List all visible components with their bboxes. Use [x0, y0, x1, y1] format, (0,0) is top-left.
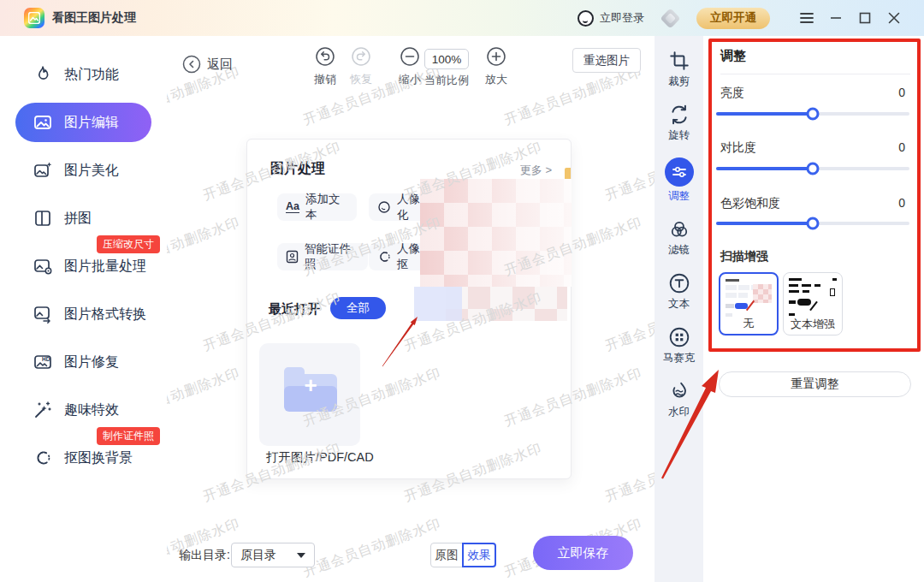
editor-toolbar: 返回 撤销 恢复 缩小 100% 当前比例 放大 重选图片: [167, 45, 654, 89]
badge-id-photo: 制作证件照: [97, 427, 160, 445]
saturation-slider[interactable]: [716, 222, 909, 225]
output-dir-select[interactable]: 原目录: [231, 543, 315, 567]
zoom-out-icon: [400, 46, 420, 67]
tool-rail: 裁剪 旋转 调整 滤镜 文本 马赛克 水印: [654, 36, 703, 582]
effect-toggle[interactable]: 效果: [462, 543, 496, 567]
contrast-row: 对比度 0: [720, 140, 905, 156]
redo-icon: [351, 46, 371, 67]
scan-option-text-enhance[interactable]: 文本增强: [783, 272, 843, 336]
batch-process-icon: [33, 256, 53, 276]
sidebar-item-beautify[interactable]: 图片美化: [0, 151, 167, 190]
brightness-value: 0: [898, 86, 905, 101]
menu-icon[interactable]: [792, 6, 821, 30]
scan-option-none[interactable]: 无: [719, 272, 779, 336]
tool-text[interactable]: 文本: [668, 272, 690, 312]
text-add-icon: Aa: [286, 201, 299, 213]
watermark-drop-icon: [668, 380, 690, 402]
cutout-icon: [33, 448, 53, 468]
sidebar-item-batch[interactable]: 压缩改尺寸 图片批量处理: [0, 246, 167, 286]
save-button[interactable]: 立即保存: [533, 536, 633, 570]
tool-rotate[interactable]: 旋转: [668, 104, 690, 143]
image-edit-icon: [33, 112, 53, 133]
undo-icon: [315, 46, 335, 67]
sidebar-item-collage[interactable]: 拼图: [0, 199, 167, 238]
back-circle-icon: [182, 55, 201, 74]
original-toggle[interactable]: 原图: [430, 543, 463, 567]
zoom-in-button[interactable]: 放大: [477, 46, 515, 87]
censored-mosaic: [420, 179, 572, 287]
magic-wand-icon: [33, 400, 53, 420]
vip-diamond-icon[interactable]: [660, 8, 680, 28]
brightness-row: 亮度 0: [720, 86, 905, 101]
sidebar-item-hot-features[interactable]: 热门功能: [0, 55, 167, 94]
title-bar: 看图王图片处理 立即登录 立即开通: [0, 0, 924, 36]
sidebar-item-cutout[interactable]: 制作证件照 抠图换背景: [0, 438, 167, 478]
preview-all-pill: 全部: [330, 297, 386, 319]
reselect-image-button[interactable]: 重选图片: [572, 48, 641, 73]
contrast-value: 0: [898, 140, 905, 156]
preview-id-photo: 智能证件照: [277, 243, 368, 270]
output-dir-label: 输出目录:: [179, 548, 230, 563]
sidebar-item-image-edit[interactable]: 图片编辑: [15, 103, 151, 142]
login-label: 立即登录: [600, 10, 644, 26]
tool-filter[interactable]: 滤镜: [668, 218, 690, 258]
scan-text-preview: [787, 276, 838, 318]
sidebar-item-convert[interactable]: 图片格式转换: [0, 294, 167, 334]
close-icon[interactable]: [880, 6, 909, 30]
divider: [720, 74, 910, 74]
text-circle-icon: [668, 272, 690, 294]
chevron-down-icon: [297, 553, 305, 558]
redo-button[interactable]: 恢复: [342, 46, 380, 87]
upgrade-button[interactable]: 立即开通: [696, 8, 770, 29]
saturation-knob[interactable]: [807, 217, 820, 230]
minimize-icon[interactable]: [821, 6, 850, 30]
brightness-knob[interactable]: [807, 108, 820, 121]
reset-adjust-button[interactable]: 重置调整: [719, 371, 911, 397]
cutout-small-icon: [377, 250, 391, 264]
preview-image: 图片处理 更多 > Aa 添加文本 人像美化 拼图 智能证件照 人像抠: [246, 139, 572, 479]
app-logo-icon: [24, 8, 44, 28]
mosaic-icon: [668, 326, 690, 348]
scan-enhance-label: 扫描增强: [720, 249, 768, 264]
brightness-slider[interactable]: [716, 112, 909, 116]
tool-mosaic[interactable]: 马赛克: [663, 326, 696, 365]
tool-adjust[interactable]: 调整: [665, 157, 694, 204]
preview-more-link: 更多 >: [520, 163, 552, 178]
back-button[interactable]: 返回: [182, 55, 233, 74]
bottom-bar: 输出目录: 原目录 原图 效果 立即保存: [167, 536, 654, 573]
collage-icon: [33, 208, 53, 229]
folder-plus-icon: +: [284, 367, 337, 412]
preview-title: 图片处理: [270, 160, 325, 178]
sidebar-item-repair[interactable]: HD 图片修复: [0, 342, 167, 382]
preview-recent-label: 最近打开: [269, 301, 320, 318]
preview-open-card: +: [259, 343, 360, 446]
undo-button[interactable]: 撤销: [306, 46, 344, 87]
badge-resize: 压缩改尺寸: [97, 235, 160, 253]
censored-mosaic-blue: [414, 287, 462, 321]
flame-icon: [33, 64, 53, 85]
zoom-level-box[interactable]: 100%: [424, 49, 469, 69]
panel-title: 调整: [720, 48, 746, 64]
sidebar: 热门功能 图片编辑 图片美化 拼图 压缩改尺寸 图片批量处理 图片格式转换 HD…: [0, 36, 167, 582]
saturation-value: 0: [898, 196, 905, 211]
adjust-panel: 调整 亮度 0 对比度 0 色彩饱和度 0 扫描增强: [703, 36, 924, 582]
tool-watermark[interactable]: 水印: [668, 380, 690, 419]
tool-crop[interactable]: 裁剪: [668, 50, 690, 89]
maximize-icon[interactable]: [850, 6, 880, 30]
contrast-label: 对比度: [720, 140, 756, 156]
contrast-knob[interactable]: [807, 163, 820, 175]
id-card-icon: [286, 250, 299, 264]
preview-open-hint: 打开图片/PDF/CAD: [266, 449, 374, 466]
saturation-row: 色彩饱和度 0: [720, 196, 905, 211]
svg-text:HD: HD: [42, 356, 50, 362]
compare-toggle: 原图 效果: [430, 543, 496, 567]
back-label: 返回: [207, 56, 233, 73]
zoom-in-icon: [486, 46, 506, 67]
login-button[interactable]: 立即登录: [578, 10, 644, 27]
sidebar-item-effects[interactable]: 趣味特效: [0, 390, 167, 430]
preview-add-text: Aa 添加文本: [277, 193, 357, 221]
zoom-caption: 当前比例: [411, 73, 483, 88]
contrast-slider[interactable]: [716, 167, 909, 170]
avatar-icon: [578, 10, 594, 27]
face-icon: [377, 200, 391, 214]
